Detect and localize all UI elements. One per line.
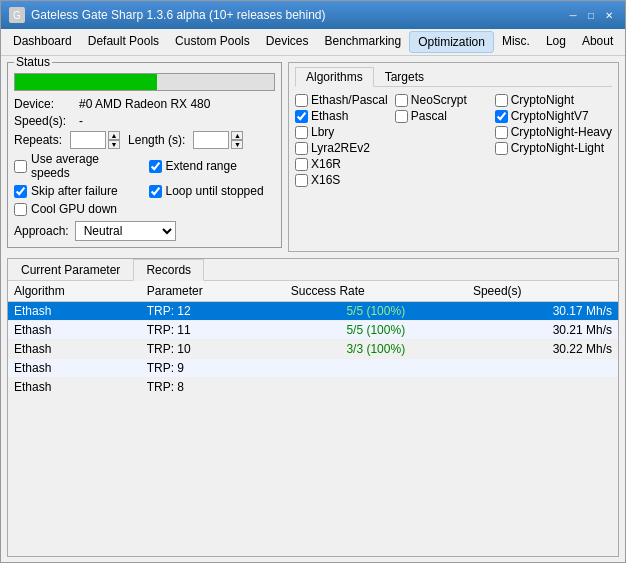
algo-cryptonight[interactable]: CryptoNight — [495, 93, 612, 107]
algo-cryptonight-check[interactable] — [495, 94, 508, 107]
menu-dashboard[interactable]: Dashboard — [5, 31, 80, 53]
algo-cryptonight-light-check[interactable] — [495, 142, 508, 155]
length-down-btn[interactable]: ▼ — [231, 140, 243, 149]
menu-misc[interactable]: Misc. — [494, 31, 538, 53]
algo-ethash[interactable]: Ethash — [295, 109, 391, 123]
approach-label: Approach: — [14, 224, 69, 238]
device-row: Device: #0 AMD Radeon RX 480 — [14, 97, 275, 111]
cool-gpu-check[interactable] — [14, 203, 27, 216]
repeats-up-btn[interactable]: ▲ — [108, 131, 120, 140]
menu-default-pools[interactable]: Default Pools — [80, 31, 167, 53]
algo-neoscrypt[interactable]: NeoScrypt — [395, 93, 491, 107]
table-row[interactable]: Ethash TRP: 12 5/5 (100%) 30.17 Mh/s — [8, 302, 618, 321]
maximize-button[interactable]: □ — [583, 7, 599, 23]
cell-success-rate: 5/5 (100%) — [285, 302, 467, 321]
algo-cryptonightv7-check[interactable] — [495, 110, 508, 123]
progress-bar-container — [14, 73, 275, 91]
algo-lyra2rev2[interactable]: Lyra2REv2 — [295, 141, 391, 155]
skip-after-failure-check[interactable] — [14, 185, 27, 198]
length-up-btn[interactable]: ▲ — [231, 131, 243, 140]
algo-lyra2rev2-check[interactable] — [295, 142, 308, 155]
algo-cryptonight-light-label: CryptoNight-Light — [511, 141, 604, 155]
loop-until-stopped-check[interactable] — [149, 185, 162, 198]
table-row[interactable]: Ethash TRP: 10 3/3 (100%) 30.22 Mh/s — [8, 340, 618, 359]
use-avg-speeds-row[interactable]: Use average speeds — [14, 152, 141, 180]
tab-current-parameter[interactable]: Current Parameter — [8, 259, 133, 281]
cell-parameter: TRP: 8 — [141, 378, 285, 397]
success-rate-value: 5/5 (100%) — [346, 323, 405, 337]
use-avg-speeds-check[interactable] — [14, 160, 27, 173]
cell-speed: 30.17 Mh/s — [467, 302, 618, 321]
title-text: Gateless Gate Sharp 1.3.6 alpha (10+ rel… — [31, 8, 326, 22]
minimize-button[interactable]: ─ — [565, 7, 581, 23]
algo-lbry-check[interactable] — [295, 126, 308, 139]
skip-after-failure-label: Skip after failure — [31, 184, 118, 198]
algo-ethash-pascal-check[interactable] — [295, 94, 308, 107]
menu-about[interactable]: About — [574, 31, 621, 53]
cell-parameter: TRP: 11 — [141, 321, 285, 340]
tab-algorithms[interactable]: Algorithms — [295, 67, 374, 87]
cell-speed — [467, 378, 618, 397]
cell-speed — [467, 359, 618, 378]
success-rate-value: 3/3 (100%) — [346, 342, 405, 356]
algo-ethash-pascal[interactable]: Ethash/Pascal — [295, 93, 391, 107]
algo-cryptonight-light[interactable]: CryptoNight-Light — [495, 141, 612, 155]
menu-devices[interactable]: Devices — [258, 31, 317, 53]
tab-records[interactable]: Records — [133, 259, 204, 281]
length-input[interactable]: 10 — [193, 131, 229, 149]
algo-lbry[interactable]: Lbry — [295, 125, 391, 139]
approach-row: Approach: Neutral Aggressive Conservativ… — [14, 221, 275, 241]
cool-gpu-row[interactable]: Cool GPU down — [14, 202, 141, 216]
app-icon: G — [9, 7, 25, 23]
checkboxes-grid: Use average speeds Extend range Skip aft… — [14, 152, 275, 218]
table-row[interactable]: Ethash TRP: 8 — [8, 378, 618, 397]
algo-cryptonight-label: CryptoNight — [511, 93, 574, 107]
status-box: Status Device: #0 AMD Radeon RX 480 Spee… — [7, 62, 282, 248]
algo-cryptonight-heavy-check[interactable] — [495, 126, 508, 139]
algo-pascal-check[interactable] — [395, 110, 408, 123]
cell-algorithm: Ethash — [8, 340, 141, 359]
algo-empty3 — [395, 157, 491, 171]
algo-cryptonightv7[interactable]: CryptoNightV7 — [495, 109, 612, 123]
algo-cryptonight-heavy-label: CryptoNight-Heavy — [511, 125, 612, 139]
extend-range-row[interactable]: Extend range — [149, 152, 276, 180]
main-content: Status Device: #0 AMD Radeon RX 480 Spee… — [1, 56, 625, 563]
algo-x16s[interactable]: X16S — [295, 173, 391, 187]
cell-algorithm: Ethash — [8, 378, 141, 397]
algo-x16s-check[interactable] — [295, 174, 308, 187]
device-label: Device: — [14, 97, 79, 111]
algorithms-box: Algorithms Targets Ethash/Pascal NeoScry… — [288, 62, 619, 252]
repeats-input[interactable]: 5 — [70, 131, 106, 149]
algo-ethash-pascal-label: Ethash/Pascal — [311, 93, 388, 107]
repeats-down-btn[interactable]: ▼ — [108, 140, 120, 149]
tab-targets[interactable]: Targets — [374, 67, 435, 87]
menu-log[interactable]: Log — [538, 31, 574, 53]
cell-success-rate: 5/5 (100%) — [285, 321, 467, 340]
algo-pascal[interactable]: Pascal — [395, 109, 491, 123]
algo-x16r[interactable]: X16R — [295, 157, 391, 171]
table-row[interactable]: Ethash TRP: 9 — [8, 359, 618, 378]
menu-benchmarking[interactable]: Benchmarking — [316, 31, 409, 53]
params-table: Algorithm Parameter Success Rate Speed(s… — [8, 281, 618, 397]
length-spinner: 10 ▲ ▼ — [193, 131, 243, 149]
params-section: Current Parameter Records Algorithm Para… — [7, 258, 619, 557]
loop-until-stopped-row[interactable]: Loop until stopped — [149, 184, 276, 198]
cell-parameter: TRP: 10 — [141, 340, 285, 359]
table-wrapper: Algorithm Parameter Success Rate Speed(s… — [8, 281, 618, 556]
close-button[interactable]: ✕ — [601, 7, 617, 23]
algo-neoscrypt-check[interactable] — [395, 94, 408, 107]
length-label: Length (s): — [128, 133, 185, 147]
algo-cryptonight-heavy[interactable]: CryptoNight-Heavy — [495, 125, 612, 139]
table-header-row: Algorithm Parameter Success Rate Speed(s… — [8, 281, 618, 302]
cell-success-rate — [285, 359, 467, 378]
algo-x16r-check[interactable] — [295, 158, 308, 171]
algo-neoscrypt-label: NeoScrypt — [411, 93, 467, 107]
menu-custom-pools[interactable]: Custom Pools — [167, 31, 258, 53]
menu-optimization[interactable]: Optimization — [409, 31, 494, 53]
table-row[interactable]: Ethash TRP: 11 5/5 (100%) 30.21 Mh/s — [8, 321, 618, 340]
algo-ethash-check[interactable] — [295, 110, 308, 123]
extend-range-check[interactable] — [149, 160, 162, 173]
skip-after-failure-row[interactable]: Skip after failure — [14, 184, 141, 198]
algo-empty1 — [395, 125, 491, 139]
approach-select[interactable]: Neutral Aggressive Conservative — [75, 221, 176, 241]
